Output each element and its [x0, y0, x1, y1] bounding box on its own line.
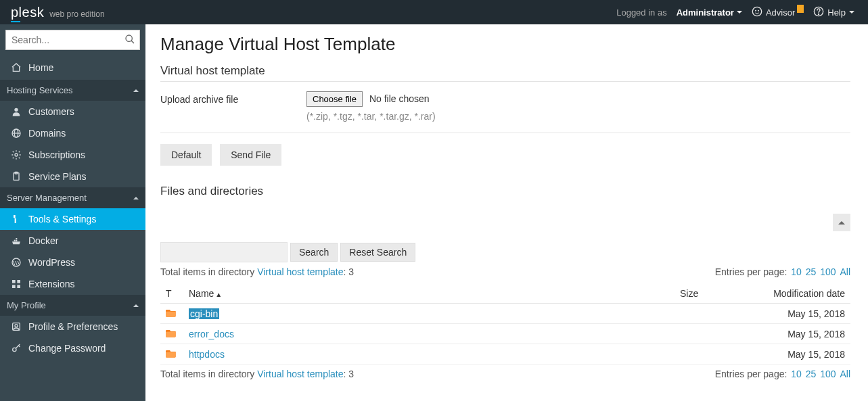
- entries-option-25[interactable]: 25: [806, 369, 817, 379]
- files-table: T Name▲ Size Modification date cgi-bin M…: [160, 284, 850, 364]
- table-row: httpdocs May 15, 2018: [160, 344, 850, 364]
- sidebar-item-change-password[interactable]: Change Password: [0, 337, 145, 359]
- svg-rect-22: [17, 285, 20, 288]
- sidebar-item-tools-settings[interactable]: Tools & Settings: [0, 208, 145, 230]
- chevron-down-icon: [849, 11, 854, 14]
- folder-icon: [166, 308, 177, 319]
- section-files-directories: Files and directories: [160, 185, 850, 202]
- nav-group-server-management[interactable]: Server Management: [0, 187, 145, 208]
- entries-option-all[interactable]: All: [840, 266, 850, 277]
- choose-file-button[interactable]: Choose file: [306, 91, 363, 107]
- sidebar-item-label: Extensions: [28, 279, 74, 289]
- file-link[interactable]: error_docs: [189, 329, 234, 339]
- sidebar-item-label: Service Plans: [28, 171, 87, 182]
- nav-group-hosting-services[interactable]: Hosting Services: [0, 80, 145, 101]
- folder-icon: [166, 329, 177, 339]
- svg-rect-19: [12, 280, 16, 283]
- sidebar-item-label: Domains: [28, 128, 66, 139]
- svg-point-1: [755, 9, 756, 11]
- totals-link[interactable]: Virtual host template: [257, 266, 343, 277]
- totals-prefix: Total items in directory: [160, 266, 257, 277]
- totals-link[interactable]: Virtual host template: [257, 369, 343, 379]
- wordpress-icon: [11, 257, 22, 268]
- send-file-button[interactable]: Send File: [220, 144, 281, 166]
- sidebar-item-extensions[interactable]: Extensions: [0, 273, 145, 295]
- svg-point-24: [15, 325, 18, 327]
- sidebar-item-profile-preferences[interactable]: Profile & Preferences: [0, 316, 145, 337]
- sidebar-item-label: Change Password: [28, 343, 106, 354]
- file-link[interactable]: httpdocs: [189, 349, 225, 360]
- sidebar-item-label: WordPress: [28, 257, 75, 268]
- sidebar-item-subscriptions[interactable]: Subscriptions: [0, 144, 145, 166]
- main-content: Manage Virtual Host Template Virtual hos…: [145, 24, 868, 401]
- help-link[interactable]: Help: [813, 6, 854, 19]
- sidebar: Home Hosting Services Customers Domains …: [0, 24, 145, 401]
- collapse-toggle-button[interactable]: [833, 214, 850, 231]
- brand-logo[interactable]: plesk web pro edition: [11, 5, 105, 20]
- list-search-input[interactable]: [160, 242, 288, 262]
- help-label: Help: [827, 7, 846, 18]
- file-link[interactable]: cgi-bin: [189, 308, 219, 319]
- search-icon[interactable]: [124, 34, 135, 47]
- col-name[interactable]: Name▲: [183, 284, 675, 304]
- totals-prefix: Total items in directory: [160, 369, 257, 379]
- svg-point-7: [14, 108, 18, 112]
- sidebar-item-service-plans[interactable]: Service Plans: [0, 166, 145, 187]
- file-size: [675, 344, 749, 364]
- col-type[interactable]: T: [160, 284, 183, 304]
- sidebar-item-home[interactable]: Home: [0, 55, 145, 80]
- svg-point-25: [13, 348, 16, 351]
- col-date[interactable]: Modification date: [749, 284, 850, 304]
- advisor-link[interactable]: Advisor: [752, 6, 804, 19]
- svg-point-5: [126, 35, 132, 41]
- brand-edition: web pro edition: [49, 9, 104, 19]
- sidebar-search[interactable]: [5, 30, 140, 50]
- search-input[interactable]: [5, 30, 140, 50]
- status-line-top: Total items in directory Virtual host te…: [160, 266, 850, 277]
- svg-line-6: [131, 41, 134, 43]
- status-line-bottom: Total items in directory Virtual host te…: [160, 369, 850, 379]
- advisor-icon: [752, 6, 762, 19]
- chevron-down-icon: [737, 11, 742, 14]
- logged-in-as-label: Logged in as: [616, 7, 666, 18]
- no-file-chosen-text: No file chosen: [369, 93, 430, 104]
- col-size[interactable]: Size: [675, 284, 749, 304]
- svg-rect-16: [16, 240, 17, 241]
- nav-group-label: Server Management: [7, 193, 87, 203]
- globe-icon: [11, 128, 22, 139]
- entries-option-25[interactable]: 25: [806, 266, 817, 277]
- entries-option-100[interactable]: 100: [820, 266, 836, 277]
- default-button[interactable]: Default: [160, 144, 212, 166]
- sidebar-item-domains[interactable]: Domains: [0, 122, 145, 144]
- sidebar-item-docker[interactable]: Docker: [0, 230, 145, 252]
- sidebar-item-label: Tools & Settings: [28, 214, 96, 225]
- tools-icon: [11, 214, 22, 225]
- entries-option-100[interactable]: 100: [820, 369, 836, 379]
- entries-option-all[interactable]: All: [840, 369, 850, 379]
- sidebar-item-label: Customers: [28, 106, 74, 117]
- username-menu[interactable]: Administrator: [677, 7, 742, 18]
- brand-name: plesk: [11, 5, 44, 20]
- svg-rect-15: [14, 240, 16, 241]
- file-size: [675, 324, 749, 344]
- chevron-up-icon: [133, 197, 139, 199]
- nav-group-my-profile[interactable]: My Profile: [0, 295, 145, 316]
- sidebar-item-label: Subscriptions: [28, 149, 85, 160]
- svg-point-11: [15, 154, 18, 156]
- chevron-up-icon: [838, 221, 845, 225]
- upload-label: Upload archive file: [160, 91, 306, 105]
- svg-point-4: [819, 14, 819, 14]
- chevron-up-icon: [133, 89, 139, 92]
- list-search-button[interactable]: Search: [290, 243, 338, 262]
- sidebar-item-customers[interactable]: Customers: [0, 101, 145, 122]
- file-types-hint: (*.zip, *.tgz, *.tar, *.tar.gz, *.rar): [306, 111, 436, 122]
- svg-rect-21: [12, 285, 16, 288]
- entries-option-10[interactable]: 10: [791, 266, 802, 277]
- extensions-icon: [11, 279, 22, 289]
- entries-option-10[interactable]: 10: [791, 369, 802, 379]
- page-title: Manage Virtual Host Template: [160, 34, 850, 55]
- key-icon: [11, 343, 22, 354]
- list-reset-search-button[interactable]: Reset Search: [340, 243, 415, 262]
- sidebar-item-wordpress[interactable]: WordPress: [0, 252, 145, 273]
- file-date: May 15, 2018: [749, 304, 850, 324]
